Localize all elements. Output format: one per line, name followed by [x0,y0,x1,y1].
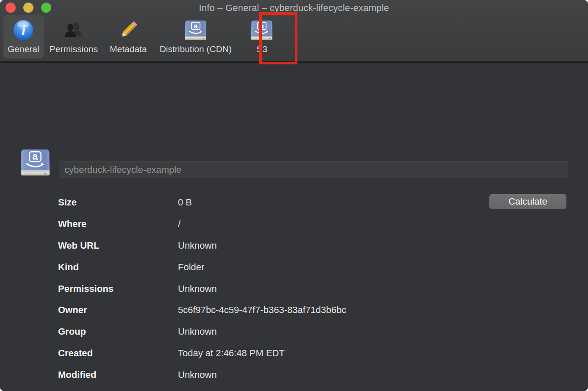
info-row: Web URL Unknown [0,235,588,257]
filename-input[interactable] [59,161,568,178]
info-icon: i [12,19,34,42]
titlebar: Info – General – cyberduck-lifecycle-exa… [0,0,588,61]
info-row: Owner 5c6f97bc-4c59-47f7-b363-83af71d3b6… [0,299,588,321]
info-row-value: Folder [178,262,204,273]
tab-distribution-label: Distribution (CDN) [160,44,232,54]
info-row-value: 5c6f97bc-4c59-47f7-b363-83af71d3b6bc [178,305,347,316]
info-row-value: Unknown [178,283,217,294]
info-row-label: Kind [58,262,178,273]
info-row: Permissions Unknown [0,278,588,299]
tab-general-label: General [8,44,39,54]
info-row-label: Created [58,348,178,359]
s3-drive-icon [251,19,273,42]
info-row: Where / [0,214,588,235]
info-row-label: Size [58,197,178,208]
tab-permissions-label: Permissions [50,44,98,54]
tab-general[interactable]: i General [3,15,44,58]
tab-distribution-cdn[interactable]: Distribution (CDN) [155,15,236,58]
info-rows: Size 0 B Where / Web URL Unknown Kind Fo… [0,192,588,391]
toolbar: i General Permissions [3,15,281,58]
info-row-label: Permissions [58,283,178,294]
people-icon [63,19,85,42]
info-row: Group Unknown [0,321,588,343]
tab-s3[interactable]: S3 [243,15,281,58]
tab-permissions[interactable]: Permissions [45,15,102,58]
info-row-label: Where [58,219,178,230]
info-window: Info – General – cyberduck-lifecycle-exa… [0,0,588,391]
info-row-label: Modified [58,369,178,380]
info-row: Modified Unknown [0,364,588,385]
info-row: Checksum Unknown [0,385,588,391]
s3-drive-icon [21,149,50,177]
info-row-value: Unknown [178,369,217,380]
pencil-icon [117,19,139,42]
info-row: Kind Folder [0,256,588,278]
info-row: Created Today at 2:46:48 PM EDT [0,343,588,364]
info-row-label: Web URL [58,240,178,251]
info-row-value: 0 B [178,197,192,208]
info-row-value: Today at 2:46:48 PM EDT [178,348,285,359]
window-title: Info – General – cyberduck-lifecycle-exa… [0,3,588,14]
general-panel: Size 0 B Where / Web URL Unknown Kind Fo… [0,63,588,391]
info-row-label: Group [58,326,178,337]
tab-s3-label: S3 [256,44,267,54]
tab-metadata-label: Metadata [110,44,147,54]
tab-metadata[interactable]: Metadata [105,15,151,58]
calculate-button[interactable]: Calculate [489,194,566,209]
s3-drive-icon [185,19,207,42]
info-row-value: / [178,219,180,230]
info-row-label: Owner [58,305,178,316]
info-row-value: Unknown [178,240,217,251]
info-row-value: Unknown [178,326,217,337]
